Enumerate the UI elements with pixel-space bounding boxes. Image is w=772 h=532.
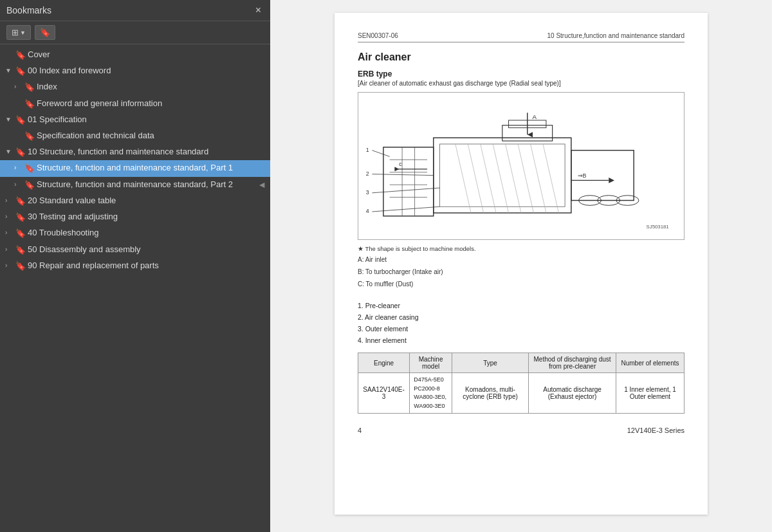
expand-arrow: › [5, 245, 14, 254]
sidebar-item-label: 01 Specification [28, 114, 266, 125]
expand-arrow: ▼ [5, 66, 14, 75]
page-area[interactable]: SEN00307-06 10 Structure,function and ma… [270, 0, 772, 532]
table-header-model: Machine model [410, 353, 452, 373]
document-page: SEN00307-06 10 Structure,function and ma… [335, 13, 708, 515]
doc-header: SEN00307-06 10 Structure,function and ma… [358, 32, 685, 42]
expand-arrow: ▼ [5, 147, 14, 156]
part-1: 1. Pre-cleaner [358, 300, 685, 312]
bookmark-button[interactable]: 🔖 [35, 25, 55, 40]
bookmark-icon: 🔖 [15, 147, 24, 158]
svg-text:c: c [399, 161, 402, 167]
table-cell-method: Automatic discharge (Exhaust ejector) [529, 373, 616, 414]
sidebar-item-spec-data[interactable]: 🔖 Specification and technical data [0, 128, 270, 144]
table-header-method: Method of discharging dust from pre-clea… [529, 353, 616, 373]
bookmark-icon: 🔖 [15, 50, 24, 61]
grid-view-button[interactable]: ⊞ ▼ [6, 25, 31, 40]
bookmark-icon: 🔖 [24, 163, 33, 174]
table-header-type: Type [452, 353, 528, 373]
sidebar-item-90-repair[interactable]: › 🔖 90 Repair and replacement of parts [0, 258, 270, 274]
sidebar-item-label: Foreword and general information [37, 98, 266, 109]
bookmark-icon: 🔖 [40, 28, 50, 37]
label-A: A: Air inlet [358, 256, 685, 263]
bookmark-icon: 🔖 [15, 212, 24, 223]
sidebar-item-10-structure[interactable]: ▼ 🔖 10 Structure, function and maintenan… [0, 144, 270, 160]
sidebar-item-struct-part1[interactable]: › 🔖 Structure, function and maintenance … [0, 160, 270, 176]
doc-subtitle: ERB type [358, 69, 685, 78]
bookmark-icon: 🔖 [15, 66, 24, 77]
bookmark-icon: 🔖 [15, 228, 24, 239]
svg-text:2: 2 [366, 170, 369, 177]
sidebar-item-label: Index [37, 81, 266, 93]
label-B: B: To turbocharger (Intake air) [358, 268, 685, 275]
svg-text:⇒B: ⇒B [578, 172, 587, 179]
dropdown-icon: ▼ [20, 30, 26, 36]
sidebar-item-struct-part2[interactable]: › 🔖 Structure, function and maintenance … [0, 177, 270, 194]
expand-arrow: › [5, 196, 14, 205]
sidebar-toolbar: ⊞ ▼ 🔖 [0, 21, 270, 44]
sidebar-tree: 🔖 Cover ▼ 🔖 00 Index and foreword › 🔖 In… [0, 44, 270, 532]
sidebar-item-index[interactable]: › 🔖 Index [0, 79, 270, 95]
sidebar-item-label: Cover [28, 49, 266, 60]
bookmark-icon: 🔖 [15, 244, 24, 256]
sidebar-item-label: Specification and technical data [37, 130, 266, 142]
table-cell-model: D475A-5E0PC2000-8WA800-3E0,WA900-3E0 [410, 373, 452, 414]
sidebar-item-00-index-foreword[interactable]: ▼ 🔖 00 Index and foreword [0, 63, 270, 79]
sidebar-item-foreword[interactable]: 🔖 Foreword and general information [0, 96, 270, 112]
table-header-engine: Engine [358, 353, 410, 373]
doc-section-title: Air cleaner [358, 51, 685, 63]
sidebar-item-label: Structure, function and maintenance stan… [37, 179, 255, 190]
sidebar-item-label: 40 Troubleshooting [28, 227, 266, 239]
sidebar-item-label: 50 Disassembly and assembly [28, 244, 266, 255]
main-content: SEN00307-06 10 Structure,function and ma… [270, 0, 772, 532]
label-C: C: To muffler (Dust) [358, 280, 685, 288]
sidebar-item-50-disassembly[interactable]: › 🔖 50 Disassembly and assembly [0, 242, 270, 258]
spec-table: Engine Machine model Type Method of disc… [358, 353, 685, 414]
sidebar-item-01-spec[interactable]: ▼ 🔖 01 Specification [0, 112, 270, 128]
sidebar-item-label: 10 Structure, function and maintenance s… [28, 146, 266, 158]
svg-text:SJ503181: SJ503181 [647, 224, 669, 230]
sidebar-item-40-troubleshoot[interactable]: › 🔖 40 Troubleshooting [0, 225, 270, 241]
expand-arrow: › [5, 261, 14, 270]
sidebar-item-label: 30 Testing and adjusting [28, 211, 266, 223]
table-cell-type: Komadons, multi-cyclone (ERB type) [452, 373, 528, 414]
expand-arrow: ▼ [5, 115, 14, 124]
bookmark-icon: 🔖 [15, 196, 24, 207]
expand-arrow: › [14, 163, 23, 172]
sidebar-item-label: Structure, function and maintenance stan… [37, 162, 266, 174]
expand-arrow: › [5, 228, 14, 237]
table-cell-elements: 1 Inner element, 1 Outer element [616, 373, 684, 414]
sidebar-title: Bookmarks [6, 5, 51, 15]
sidebar-header: Bookmarks × [0, 0, 270, 21]
svg-text:A: A [533, 113, 537, 120]
svg-text:3: 3 [366, 189, 369, 196]
footer-page: 4 [358, 427, 362, 434]
svg-text:4: 4 [366, 208, 369, 214]
bookmark-icon: 🔖 [15, 261, 24, 272]
expand-arrow: › [5, 212, 14, 221]
sidebar-item-label: 90 Repair and replacement of parts [28, 260, 266, 271]
table-cell-engine: SAA12V140E-3 [358, 373, 410, 414]
parts-list: 1. Pre-cleaner 2. Air cleaner casing 3. … [358, 300, 685, 346]
sidebar-item-cover[interactable]: 🔖 Cover [0, 47, 270, 63]
sidebar-item-label: 20 Standard value table [28, 195, 266, 206]
grid-icon: ⊞ [12, 28, 19, 37]
doc-header-right: 10 Structure,function and maintenance st… [547, 32, 685, 39]
expand-arrow: › [14, 82, 23, 91]
sidebar-item-20-standard[interactable]: › 🔖 20 Standard value table [0, 193, 270, 209]
part-4: 4. Inner element [358, 335, 685, 347]
part-2: 2. Air cleaner casing [358, 312, 685, 324]
sidebar-item-30-testing[interactable]: › 🔖 30 Testing and adjusting [0, 209, 270, 225]
doc-subtitle-desc: [Air cleaner of automatic exhaust gas di… [358, 80, 685, 87]
close-button[interactable]: × [253, 4, 264, 17]
current-page-indicator: ◄ [257, 179, 266, 192]
bookmark-icon: 🔖 [24, 98, 33, 110]
diagram-box: A 1 [358, 92, 685, 240]
bookmark-icon: 🔖 [15, 115, 24, 126]
bookmark-icon: 🔖 [24, 82, 33, 93]
sidebar-item-label: 00 Index and foreword [28, 65, 266, 77]
svg-text:1: 1 [366, 147, 369, 153]
table-header-elements: Number of elements [616, 353, 684, 373]
expand-arrow: › [14, 180, 23, 189]
doc-footer: 4 12V140E-3 Series [358, 427, 685, 434]
footer-series: 12V140E-3 Series [627, 427, 685, 434]
